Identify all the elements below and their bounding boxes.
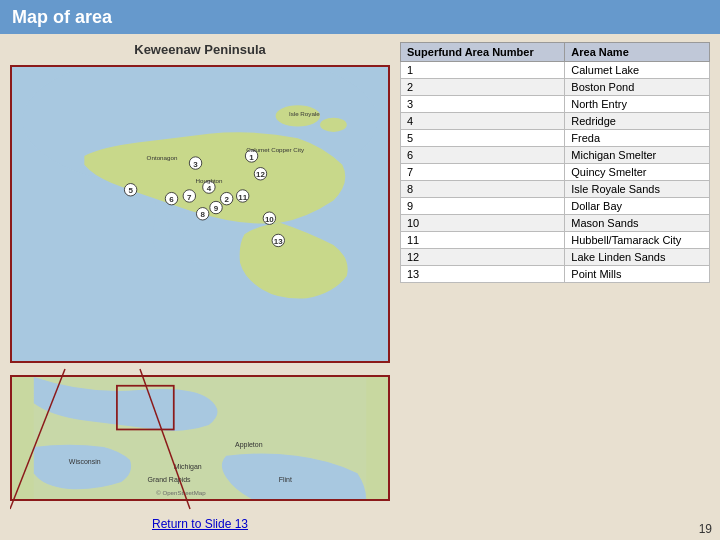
areas-table: Superfund Area Number Area Name 1Calumet…: [400, 42, 710, 283]
svg-text:Michigan: Michigan: [174, 462, 202, 470]
svg-text:Flint: Flint: [279, 476, 292, 483]
map-inner: 1 2 3 4 5: [12, 67, 388, 361]
svg-text:Copper City: Copper City: [271, 146, 305, 153]
svg-text:4: 4: [207, 184, 212, 193]
area-number: 12: [401, 249, 565, 266]
area-name: Quincy Smelter: [565, 164, 710, 181]
area-name: Freda: [565, 130, 710, 147]
table-row: 8Isle Royale Sands: [401, 181, 710, 198]
area-name: Point Mills: [565, 266, 710, 283]
svg-text:6: 6: [169, 195, 174, 204]
area-name: Boston Pond: [565, 79, 710, 96]
table-row: 11Hubbell/Tamarack City: [401, 232, 710, 249]
table-row: 10Mason Sands: [401, 215, 710, 232]
map-main-label: Keweenaw Peninsula: [10, 42, 390, 57]
table-container: Superfund Area Number Area Name 1Calumet…: [400, 42, 710, 532]
svg-text:9: 9: [214, 204, 219, 213]
svg-text:11: 11: [238, 193, 247, 202]
area-number: 2: [401, 79, 565, 96]
area-name: Michigan Smelter: [565, 147, 710, 164]
svg-text:Ontonagon: Ontonagon: [147, 154, 178, 161]
left-panel: Keweenaw Peninsula: [10, 42, 390, 532]
area-number: 3: [401, 96, 565, 113]
table-row: 2Boston Pond: [401, 79, 710, 96]
table-row: 12Lake Linden Sands: [401, 249, 710, 266]
svg-text:Grand Rapids: Grand Rapids: [148, 476, 192, 484]
col-header-number: Superfund Area Number: [401, 43, 565, 62]
table-row: 6Michigan Smelter: [401, 147, 710, 164]
return-link[interactable]: Return to Slide 13: [152, 517, 248, 531]
content-area: Keweenaw Peninsula: [0, 34, 720, 540]
col-header-name: Area Name: [565, 43, 710, 62]
table-row: 1Calumet Lake: [401, 62, 710, 79]
svg-text:3: 3: [193, 160, 198, 169]
area-number: 10: [401, 215, 565, 232]
area-name: North Entry: [565, 96, 710, 113]
area-name: Dollar Bay: [565, 198, 710, 215]
table-row: 3North Entry: [401, 96, 710, 113]
table-row: 4Redridge: [401, 113, 710, 130]
svg-text:Appleton: Appleton: [235, 441, 263, 449]
area-number: 11: [401, 232, 565, 249]
area-name: Isle Royale Sands: [565, 181, 710, 198]
svg-point-3: [320, 118, 347, 132]
area-number: 9: [401, 198, 565, 215]
area-number: 8: [401, 181, 565, 198]
area-name: Hubbell/Tamarack City: [565, 232, 710, 249]
svg-text:2: 2: [224, 195, 229, 204]
area-name: Calumet Lake: [565, 62, 710, 79]
svg-text:1: 1: [249, 153, 254, 162]
area-name: Mason Sands: [565, 215, 710, 232]
right-panel: Superfund Area Number Area Name 1Calumet…: [400, 42, 710, 532]
svg-text:© OpenStreetMap: © OpenStreetMap: [156, 489, 206, 496]
area-name: Redridge: [565, 113, 710, 130]
svg-text:10: 10: [265, 215, 274, 224]
area-name: Lake Linden Sands: [565, 249, 710, 266]
area-number: 4: [401, 113, 565, 130]
slide-number: 19: [699, 522, 712, 536]
svg-text:13: 13: [274, 237, 283, 246]
area-number: 13: [401, 266, 565, 283]
svg-text:Wisconsin: Wisconsin: [69, 458, 101, 465]
table-row: 13Point Mills: [401, 266, 710, 283]
page-title: Map of area: [0, 0, 720, 34]
main-map: 1 2 3 4 5: [10, 65, 390, 363]
table-row: 7Quincy Smelter: [401, 164, 710, 181]
area-number: 1: [401, 62, 565, 79]
svg-text:Calumet: Calumet: [246, 146, 269, 153]
area-number: 5: [401, 130, 565, 147]
svg-text:Houghton: Houghton: [196, 177, 224, 184]
table-row: 9Dollar Bay: [401, 198, 710, 215]
svg-text:7: 7: [187, 193, 192, 202]
table-row: 5Freda: [401, 130, 710, 147]
svg-text:8: 8: [200, 210, 205, 219]
svg-text:5: 5: [128, 186, 133, 195]
area-number: 7: [401, 164, 565, 181]
area-number: 6: [401, 147, 565, 164]
small-map: Wisconsin Michigan Appleton Grand Rapids…: [10, 375, 390, 501]
svg-text:12: 12: [256, 170, 265, 179]
svg-text:Isle Royale: Isle Royale: [289, 110, 320, 117]
